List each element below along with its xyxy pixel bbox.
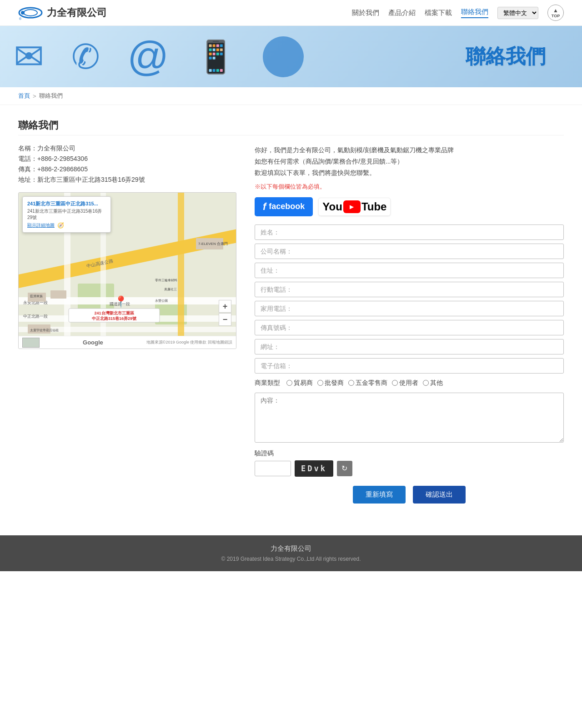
content-layout: 名稱：力全有限公司 電話：+886-2-29854306 傳真：+886-2-2… <box>18 145 564 504</box>
map-zoom-in[interactable]: + <box>219 300 231 313</box>
map-container: 中山高速公路 永安北路一段 中正北路一段 國道路一段 國道一 7-ELEVEN … <box>18 192 236 349</box>
fax: 傳真：+886-2-29868605 <box>18 165 236 174</box>
map-thumbnail <box>22 338 40 348</box>
svg-text:太寰宇佐帝君呂仙祖: 太寰宇佐帝君呂仙祖 <box>30 329 59 332</box>
lang-select[interactable]: 繁體中文 <box>497 7 538 19</box>
home-phone-input[interactable] <box>255 301 564 316</box>
main-content: 聯絡我們 名稱：力全有限公司 電話：+886-2-29854306 傳真：+88… <box>0 105 582 517</box>
website-field <box>255 339 564 354</box>
facebook-label: facebook <box>269 202 305 211</box>
contact-info: 名稱：力全有限公司 電話：+886-2-29854306 傳真：+886-2-2… <box>18 145 236 184</box>
captcha-input[interactable] <box>255 461 291 476</box>
submit-button[interactable]: 確認送出 <box>413 486 466 504</box>
breadcrumb-sep: > <box>33 93 36 100</box>
map-popup: 241新北市三重區中正北路315... 241新北市三重區中正北路315巷16弄… <box>22 196 111 233</box>
breadcrumb: 首頁 > 聯絡我們 <box>0 87 582 105</box>
svg-text:📍: 📍 <box>114 295 128 308</box>
top-label: TOP <box>552 14 560 18</box>
header: ® 力全有限公司 關於我們 產品介紹 檔案下載 聯絡我們 繁體中文 ▲ TOP <box>0 0 582 26</box>
intro-line1: 你好，我們是力全有限公司，氣動刻模/刻磨機及氣動鋸刀機之專業品牌 <box>255 145 564 156</box>
mobile-field <box>255 282 564 297</box>
left-column: 名稱：力全有限公司 電話：+886-2-29854306 傳真：+886-2-2… <box>18 145 236 349</box>
svg-rect-20 <box>50 290 66 299</box>
breadcrumb-current: 聯絡我們 <box>39 92 63 100</box>
company-field <box>255 244 564 259</box>
svg-text:®: ® <box>19 17 22 20</box>
email-input[interactable] <box>255 358 564 374</box>
nav-products[interactable]: 產品介紹 <box>388 9 416 17</box>
radio-other[interactable]: 其他 <box>423 379 443 387</box>
envelope-icon: ✉ <box>14 35 44 78</box>
reset-button[interactable]: 重新填寫 <box>353 486 406 504</box>
breadcrumb-home[interactable]: 首頁 <box>18 92 30 100</box>
svg-text:中正北路一段: 中正北路一段 <box>23 314 48 319</box>
map-direction-icon[interactable]: 🧭 <box>57 222 64 229</box>
logo-area: ® 力全有限公司 <box>18 5 107 21</box>
footer-company: 力全有限公司 <box>9 544 573 553</box>
captcha-label: 驗證碼 <box>255 449 564 458</box>
address-field <box>255 263 564 278</box>
radio-trader[interactable]: 貿易商 <box>286 379 313 387</box>
map-zoom-controls: + − <box>219 300 231 326</box>
youtube-button[interactable]: You ▶ Tube <box>318 198 391 216</box>
map-detail-link[interactable]: 顯示詳細地圖 <box>27 222 55 229</box>
form-buttons: 重新填寫 確認送出 <box>255 486 564 504</box>
circle-icon <box>263 36 304 77</box>
radio-hardware[interactable]: 五金零售商 <box>348 379 387 387</box>
radio-user[interactable]: 使用者 <box>392 379 418 387</box>
address: 地址：新北市三重區中正北路315巷16弄29號 <box>18 176 236 184</box>
map-footer: Google 地圖來源©2019 Google 使用條款 回報地圖錯誤 <box>19 336 236 349</box>
map-copyright: 地圖來源©2019 Google 使用條款 回報地圖錯誤 <box>146 339 232 345</box>
logo-icon: ® <box>18 5 43 21</box>
svg-text:藍洲車族: 藍洲車族 <box>30 294 43 298</box>
top-button[interactable]: ▲ TOP <box>547 5 564 21</box>
svg-text:美廉社三: 美廉社三 <box>164 288 177 291</box>
svg-point-2 <box>21 11 25 15</box>
facebook-button[interactable]: f facebook <box>255 197 313 216</box>
svg-text:零件三輪車材料: 零件三輪車材料 <box>155 279 177 282</box>
intro-line2: 如您有任何需求（商品詢價/業務合作/意見回饋...等） <box>255 156 564 167</box>
facebook-f-icon: f <box>263 201 266 213</box>
nav-downloads[interactable]: 檔案下載 <box>425 9 452 17</box>
map-zoom-out[interactable]: − <box>219 313 231 326</box>
website-input[interactable] <box>255 339 564 354</box>
address-input[interactable] <box>255 263 564 278</box>
svg-text:永豐公園: 永豐公園 <box>155 299 168 302</box>
captcha-refresh-button[interactable]: ↻ <box>337 461 352 476</box>
nav-area: 關於我們 產品介紹 檔案下載 聯絡我們 繁體中文 ▲ TOP <box>352 5 564 21</box>
at-icon: @ <box>127 33 169 80</box>
hero-title: 聯絡我們 <box>466 43 546 70</box>
right-column: 你好，我們是力全有限公司，氣動刻模/刻磨機及氣動鋸刀機之專業品牌 如您有任何需求… <box>255 145 564 504</box>
business-type-label: 商業類型 <box>255 379 280 387</box>
name-input[interactable] <box>255 224 564 240</box>
contact-form: 商業類型 貿易商 批發商 五金零售商 使用者 其他 <box>255 224 564 504</box>
nav-about[interactable]: 關於我們 <box>352 9 379 17</box>
svg-text:中正北路315巷16弄29號: 中正北路315巷16弄29號 <box>92 316 137 321</box>
map-popup-title: 241新北市三重區中正北路315... <box>27 200 106 207</box>
hero-banner: ✉ ✆ @ 📱 聯絡我們 <box>0 26 582 87</box>
map-google-logo: Google <box>83 339 103 346</box>
fax-input[interactable] <box>255 320 564 335</box>
mobile-input[interactable] <box>255 282 564 297</box>
email-field <box>255 358 564 374</box>
logo-text: 力全有限公司 <box>47 6 107 20</box>
nav-contact[interactable]: 聯絡我們 <box>461 8 488 18</box>
content-textarea[interactable] <box>255 393 564 443</box>
svg-point-1 <box>24 10 37 16</box>
home-phone-field <box>255 301 564 316</box>
section-title: 聯絡我們 <box>18 119 564 135</box>
mobile-icon: 📱 <box>196 38 236 75</box>
youtube-icon-box: ▶ <box>343 200 361 213</box>
phone: 電話：+886-2-29854306 <box>18 155 236 163</box>
youtube-text-tube: Tube <box>361 200 387 213</box>
content-field <box>255 393 564 444</box>
required-note: ※以下每個欄位皆為必填。 <box>255 183 564 191</box>
captcha-image: EDvk <box>295 460 333 477</box>
radio-wholesale[interactable]: 批發商 <box>317 379 344 387</box>
footer-copyright: © 2019 Greatest Idea Strategy Co.,Ltd Al… <box>9 556 573 562</box>
svg-text:7-ELEVEN 合康門: 7-ELEVEN 合康門 <box>198 242 228 246</box>
fax-field <box>255 320 564 335</box>
hero-decorations: ✉ ✆ @ 📱 <box>0 26 466 87</box>
youtube-play-icon: ▶ <box>350 204 354 210</box>
company-input[interactable] <box>255 244 564 259</box>
